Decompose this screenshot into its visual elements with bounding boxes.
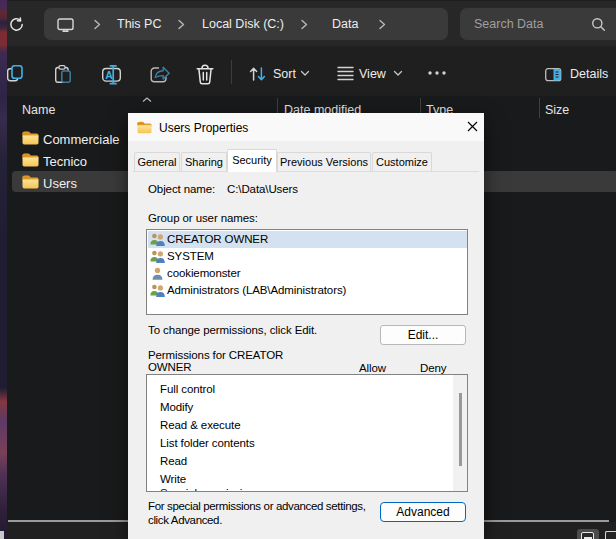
svg-text:A: A xyxy=(105,69,113,81)
